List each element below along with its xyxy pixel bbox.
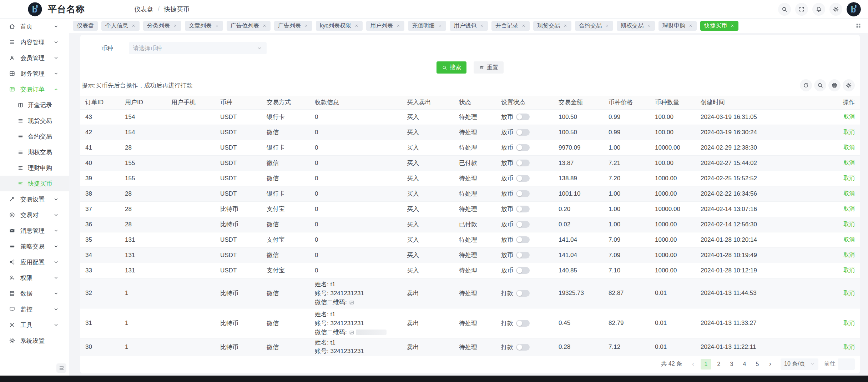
status-toggle[interactable] <box>516 175 530 182</box>
tab-close-icon[interactable] <box>730 24 735 28</box>
cancel-link[interactable]: 取消 <box>843 344 855 350</box>
status-toggle[interactable] <box>516 252 530 258</box>
sidebar-subitem-期权交易[interactable]: 期权交易 <box>0 144 69 160</box>
cancel-link[interactable]: 取消 <box>843 190 855 196</box>
cancel-link[interactable]: 取消 <box>843 175 855 181</box>
sidebar-subitem-合约交易[interactable]: 合约交易 <box>0 129 69 144</box>
status-toggle[interactable] <box>516 236 530 243</box>
status-toggle[interactable] <box>516 267 530 274</box>
tab-充值明细[interactable]: 充值明细 <box>408 21 446 31</box>
page-size-select[interactable]: 10 条/页 <box>781 358 818 370</box>
page-button-5[interactable]: 5 <box>752 359 763 370</box>
sidebar-collapse-button[interactable] <box>56 363 66 373</box>
sidebar-item-会员管理[interactable]: 会员管理 <box>0 50 69 66</box>
cancel-link[interactable]: 取消 <box>843 160 855 166</box>
tab-文章列表[interactable]: 文章列表 <box>185 21 223 31</box>
cancel-link[interactable]: 取消 <box>843 236 855 242</box>
tab-close-icon[interactable] <box>215 24 219 28</box>
cancel-link[interactable]: 取消 <box>843 144 855 150</box>
cancel-link[interactable]: 取消 <box>843 114 855 120</box>
sidebar-item-监控[interactable]: 监控 <box>0 301 69 317</box>
sidebar-item-交易订单[interactable]: 交易订单 <box>0 81 69 97</box>
refresh-button[interactable] <box>800 79 812 91</box>
tab-开盒记录[interactable]: 开盒记录 <box>491 21 530 31</box>
tab-close-icon[interactable] <box>480 24 484 28</box>
goto-page-input[interactable] <box>838 358 855 370</box>
header-search-button[interactable] <box>778 3 791 16</box>
sidebar-item-数据[interactable]: 数据 <box>0 286 69 301</box>
page-button-4[interactable]: 4 <box>739 359 750 370</box>
tab-仪表盘[interactable]: 仪表盘 <box>73 21 98 31</box>
status-toggle[interactable] <box>516 344 530 351</box>
tab-分类列表[interactable]: 分类列表 <box>143 21 181 31</box>
tab-close-icon[interactable] <box>605 24 609 28</box>
next-page-button[interactable]: › <box>765 359 776 370</box>
sidebar-item-首页[interactable]: 首页 <box>0 19 69 34</box>
cancel-link[interactable]: 取消 <box>843 221 855 227</box>
breadcrumb-item[interactable]: 仪表盘 <box>134 5 153 14</box>
tab-close-icon[interactable] <box>396 24 400 28</box>
tab-close-icon[interactable] <box>563 24 567 28</box>
tab-个人信息[interactable]: 个人信息 <box>101 21 140 31</box>
sidebar-subitem-快捷买币[interactable]: 快捷买币 <box>0 176 69 191</box>
table-search-button[interactable] <box>814 79 826 91</box>
sidebar-subitem-理财申购[interactable]: 理财申购 <box>0 160 69 176</box>
tab-理财申购[interactable]: 理财申购 <box>658 21 697 31</box>
notifications-button[interactable] <box>812 3 825 16</box>
status-toggle[interactable] <box>516 114 530 120</box>
page-button-2[interactable]: 2 <box>713 359 724 370</box>
column-settings-button[interactable] <box>843 79 855 91</box>
status-toggle[interactable] <box>516 206 530 212</box>
cancel-link[interactable]: 取消 <box>843 267 855 273</box>
sidebar-item-内容管理[interactable]: 内容管理 <box>0 34 69 50</box>
status-toggle[interactable] <box>516 290 530 297</box>
sidebar-item-交易设置[interactable]: 交易设置 <box>0 191 69 207</box>
sidebar-subitem-现货交易[interactable]: 现货交易 <box>0 113 69 129</box>
cancel-link[interactable]: 取消 <box>843 206 855 212</box>
tab-close-icon[interactable] <box>131 24 136 28</box>
tab-用户列表[interactable]: 用户列表 <box>366 21 404 31</box>
status-toggle[interactable] <box>516 320 530 327</box>
page-button-1[interactable]: 1 <box>701 359 711 370</box>
search-button[interactable]: 搜索 <box>436 61 466 74</box>
tab-合约交易[interactable]: 合约交易 <box>575 21 613 31</box>
tab-close-icon[interactable] <box>438 24 442 28</box>
sidebar-item-策略交易[interactable]: 策略交易 <box>0 238 69 254</box>
tab-快捷买币[interactable]: 快捷买币 <box>700 21 738 31</box>
sidebar-item-权限[interactable]: 权限 <box>0 270 69 286</box>
tab-kyc列表权限[interactable]: kyc列表权限 <box>316 21 363 31</box>
theme-settings-button[interactable] <box>829 3 842 16</box>
tab-close-icon[interactable] <box>688 24 693 28</box>
status-toggle[interactable] <box>516 160 530 166</box>
sidebar-item-应用配置[interactable]: 应用配置 <box>0 254 69 270</box>
status-toggle[interactable] <box>516 144 530 151</box>
print-button[interactable] <box>828 79 841 91</box>
status-toggle[interactable] <box>516 221 530 228</box>
cancel-link[interactable]: 取消 <box>843 290 855 296</box>
tab-close-icon[interactable] <box>647 24 651 28</box>
sidebar-item-工具[interactable]: 工具 <box>0 317 69 333</box>
tab-options-button[interactable] <box>853 20 864 31</box>
fullscreen-button[interactable] <box>795 3 808 16</box>
tab-现货交易[interactable]: 现货交易 <box>533 21 571 31</box>
page-button-3[interactable]: 3 <box>726 359 737 370</box>
tab-close-icon[interactable] <box>521 24 526 28</box>
tab-close-icon[interactable] <box>304 24 308 28</box>
sidebar-item-财务管理[interactable]: 财务管理 <box>0 66 69 81</box>
tab-close-icon[interactable] <box>262 24 267 28</box>
tab-用户钱包[interactable]: 用户钱包 <box>450 21 488 31</box>
cancel-link[interactable]: 取消 <box>843 129 855 135</box>
status-toggle[interactable] <box>516 129 530 136</box>
tab-期权交易[interactable]: 期权交易 <box>617 21 655 31</box>
tab-广告位列表[interactable]: 广告位列表 <box>227 21 271 31</box>
cancel-link[interactable]: 取消 <box>843 252 855 258</box>
cancel-link[interactable]: 取消 <box>843 320 855 326</box>
sidebar-item-消息管理[interactable]: 消息管理 <box>0 223 69 238</box>
sidebar-item-交易对[interactable]: 交易对 <box>0 207 69 223</box>
sidebar-subitem-开盒记录[interactable]: 开盒记录 <box>0 97 69 113</box>
currency-select[interactable]: 请选择币种 <box>129 42 267 54</box>
avatar[interactable]: b <box>847 2 861 16</box>
reset-button[interactable]: 重置 <box>474 61 504 74</box>
prev-page-button[interactable]: ‹ <box>688 359 698 370</box>
tab-close-icon[interactable] <box>354 24 359 28</box>
